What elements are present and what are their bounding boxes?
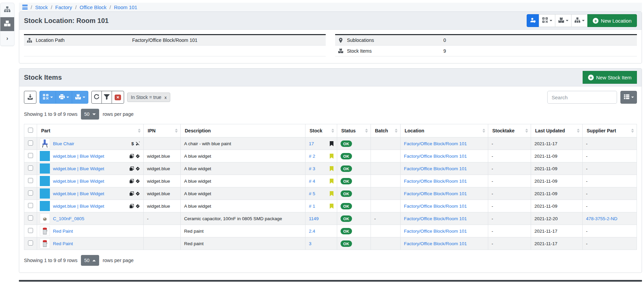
batch-cell: [371, 137, 401, 150]
part-link[interactable]: widget.blue | Blue Widget: [53, 166, 104, 171]
sidebar: ›: [0, 3, 14, 46]
location-tree-actions-button[interactable]: [571, 14, 588, 27]
export-button[interactable]: [24, 91, 36, 104]
sidebar-item-location-tree[interactable]: [0, 3, 14, 17]
remove-chip-icon[interactable]: x: [165, 95, 167, 100]
location-link[interactable]: Factory/Office Block/Room 101: [404, 166, 467, 171]
location-link[interactable]: Factory/Office Block/Room 101: [404, 154, 467, 159]
row-checkbox[interactable]: [28, 240, 33, 246]
filter-button[interactable]: [101, 91, 112, 104]
stock-quantity-link[interactable]: 3: [309, 241, 312, 246]
row-checkbox[interactable]: [28, 228, 33, 233]
select-all-checkbox[interactable]: [28, 128, 33, 133]
status-cell: OK: [337, 187, 371, 200]
part-link[interactable]: C_100nF_0805: [53, 216, 84, 221]
last-updated-cell: 2021-11-09: [531, 175, 583, 187]
column-select-button[interactable]: [620, 91, 637, 104]
ipn-cell: [144, 225, 181, 237]
column-header-batch[interactable]: Batch: [371, 124, 401, 137]
row-checkbox[interactable]: [28, 178, 33, 183]
location-link[interactable]: Factory/Office Block/Room 101: [404, 141, 467, 146]
blue-square-thumbnail: [40, 151, 50, 161]
paint-can-thumbnail: [40, 226, 50, 236]
part-link[interactable]: widget.blue | Blue Widget: [53, 154, 104, 159]
page-size-dropdown[interactable]: 50: [81, 255, 99, 266]
supplier-part-cell: -: [583, 225, 637, 237]
admin-button[interactable]: [527, 14, 539, 27]
status-badge: OK: [341, 203, 352, 209]
row-checkbox[interactable]: [28, 140, 33, 146]
part-link[interactable]: Red Paint: [53, 229, 73, 234]
column-header-last-updated[interactable]: Last Updated: [531, 124, 583, 137]
column-header-ipn[interactable]: IPN: [144, 124, 181, 137]
breadcrumb-link-stock[interactable]: Stock: [35, 4, 48, 10]
part-attribute-icons: [129, 179, 140, 183]
stock-quantity-link[interactable]: 17: [309, 141, 314, 146]
print-actions-button[interactable]: [56, 91, 72, 104]
sidebar-item-stock[interactable]: [0, 17, 14, 31]
new-stock-item-button[interactable]: + New Stock Item: [583, 71, 637, 84]
row-checkbox[interactable]: [28, 215, 33, 221]
stock-quantity-link[interactable]: 1149: [309, 216, 319, 221]
breadcrumb-link-office-block[interactable]: Office Block: [80, 4, 107, 10]
location-link[interactable]: Factory/Office Block/Room 101: [404, 229, 467, 234]
location-link[interactable]: Factory/Office Block/Room 101: [404, 191, 467, 196]
stock-quantity-link[interactable]: # 3: [309, 166, 315, 171]
remove-filters-button[interactable]: ✕: [112, 91, 124, 104]
row-checkbox-cell: [24, 200, 37, 212]
part-link[interactable]: Red Paint: [53, 241, 73, 246]
part-link[interactable]: Blue Chair: [53, 141, 74, 146]
plus-circle-icon: +: [588, 75, 594, 80]
column-header-stock[interactable]: Stock: [305, 124, 337, 137]
stock-quantity-link[interactable]: 2.4: [309, 229, 315, 234]
part-link[interactable]: widget.blue | Blue Widget: [53, 204, 104, 209]
column-header-supplier-part[interactable]: Supplier Part: [583, 124, 637, 137]
menu-icon[interactable]: [22, 5, 28, 9]
barcode-scan-button[interactable]: [39, 91, 56, 104]
row-checkbox-cell: [24, 237, 37, 250]
stock-quantity-link[interactable]: # 1: [309, 204, 315, 209]
breadcrumb-link-factory[interactable]: Factory: [55, 4, 72, 10]
chevron-right-icon: ›: [6, 35, 8, 42]
stock-quantity-link[interactable]: # 5: [309, 191, 315, 196]
column-header-part[interactable]: Part: [37, 124, 144, 137]
page-size-dropdown[interactable]: 50: [81, 109, 99, 120]
stock-items-label: Stock Items: [347, 48, 443, 54]
column-header-stocktake[interactable]: Stocktake: [488, 124, 531, 137]
last-updated-cell: 2021-11-09: [531, 150, 583, 162]
stock-actions-button[interactable]: [555, 14, 572, 27]
column-header-status[interactable]: Status: [337, 124, 371, 137]
stock-options-button[interactable]: [72, 91, 88, 104]
barcode-actions-button[interactable]: [539, 14, 555, 27]
location-link[interactable]: Factory/Office Block/Room 101: [404, 216, 467, 221]
filter-chip-in-stock[interactable]: In Stock = true x: [127, 93, 170, 102]
breadcrumb-link-room-101[interactable]: Room 101: [114, 4, 137, 10]
row-checkbox[interactable]: [28, 190, 33, 196]
part-link[interactable]: widget.blue | Blue Widget: [53, 179, 104, 184]
supplier-part-cell: -: [583, 162, 637, 175]
row-checkbox[interactable]: [28, 165, 33, 171]
sidebar-expand-button[interactable]: ›: [0, 31, 14, 46]
new-location-button[interactable]: + New Location: [587, 14, 637, 27]
page-size-value: 50: [84, 258, 90, 263]
supplier-part-link[interactable]: 478-3755-2-ND: [586, 216, 617, 221]
column-header-location[interactable]: Location: [401, 124, 488, 137]
location-path-row: Location Path Factory/Office Block/Room …: [24, 35, 326, 46]
row-checkbox[interactable]: [28, 203, 33, 208]
last-updated-cell: 2021-11-17: [531, 237, 583, 250]
trackable-icon: [136, 179, 140, 183]
stock-quantity-link[interactable]: # 4: [309, 179, 315, 184]
status-badge: OK: [341, 140, 352, 147]
reload-button[interactable]: [91, 91, 102, 104]
location-link[interactable]: Factory/Office Block/Room 101: [404, 241, 467, 246]
location-link[interactable]: Factory/Office Block/Room 101: [404, 204, 467, 209]
row-checkbox[interactable]: [28, 153, 33, 158]
batch-cell: [371, 175, 401, 187]
status-cell: OK: [337, 225, 371, 237]
printer-icon: [59, 94, 65, 101]
search-input[interactable]: [547, 91, 617, 104]
stock-quantity-link[interactable]: # 2: [309, 154, 315, 159]
part-link[interactable]: widget.blue | Blue Widget: [53, 191, 104, 196]
status-cell: OK: [337, 200, 371, 212]
location-link[interactable]: Factory/Office Block/Room 101: [404, 179, 467, 184]
